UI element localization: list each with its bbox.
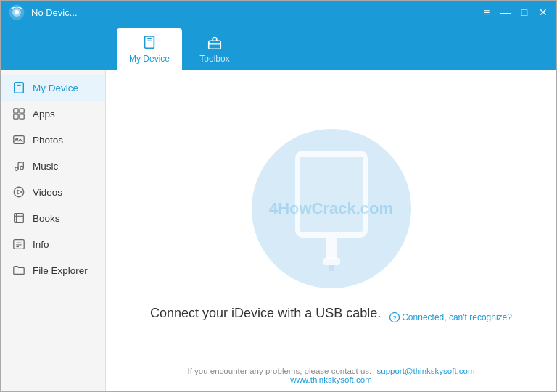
title-bar-left: No Devic... [8,4,78,21]
connect-message: Connect your iDevice with a USB cable. [150,306,381,321]
nav-tabs: My Device Toolbox [1,24,556,70]
device-name-label: No Devic... [31,7,78,18]
svg-marker-22 [17,190,22,193]
tab-my-device[interactable]: My Device [117,28,182,70]
svg-text:?: ? [393,314,397,322]
minimize-button[interactable]: — [500,7,511,17]
svg-rect-26 [14,240,24,249]
svg-rect-3 [145,36,154,49]
help-link[interactable]: ? Connected, can't recognize? [389,312,512,322]
main-content: 4HowCrack.com Connect your iDevice with … [106,70,556,392]
footer-website-link[interactable]: www.thinkskysoft.com [290,375,371,384]
sidebar-item-my-device[interactable]: My Device [1,75,105,101]
my-device-sidebar-icon [12,81,25,94]
svg-rect-10 [14,109,18,113]
svg-rect-32 [326,238,337,259]
svg-point-2 [15,10,19,14]
svg-rect-11 [20,109,24,113]
maximize-button[interactable]: □ [519,7,530,17]
music-sidebar-icon [12,159,25,172]
photos-sidebar-icon [12,133,25,146]
device-illustration: 4HowCrack.com [252,129,411,288]
window-controls: ≡ — □ ✕ [481,7,549,17]
folder-sidebar-icon [12,264,25,277]
tab-toolbox[interactable]: Toolbox [182,28,247,70]
apps-sidebar-icon [12,107,25,120]
svg-rect-33 [323,258,340,265]
books-sidebar-icon [12,212,25,225]
sidebar: My Device Apps Photos [1,70,106,392]
close-button[interactable]: ✕ [537,7,549,17]
svg-point-16 [15,167,19,171]
sidebar-item-file-explorer[interactable]: File Explorer [1,257,105,283]
svg-rect-31 [300,157,363,232]
app-logo-icon [8,4,25,21]
title-bar: No Devic... ≡ — □ ✕ [1,1,556,24]
svg-rect-23 [15,214,24,223]
help-icon: ? [389,312,400,322]
svg-rect-12 [14,114,18,119]
svg-rect-13 [20,114,24,119]
connect-message-row: Connect your iDevice with a USB cable. ?… [150,306,512,328]
toolbox-tab-icon [207,35,223,51]
my-device-tab-icon [141,35,157,51]
svg-rect-8 [15,83,24,93]
sidebar-item-photos[interactable]: Photos [1,127,105,153]
footer-email-link[interactable]: support@thinkskysoft.com [376,367,474,375]
sidebar-item-books[interactable]: Books [1,205,105,231]
main-layout: My Device Apps Photos [1,70,556,392]
svg-line-20 [18,162,23,163]
svg-rect-6 [209,41,221,49]
sidebar-item-videos[interactable]: Videos [1,179,105,205]
menu-icon[interactable]: ≡ [481,7,492,17]
footer-prefix: If you encounter any problems, please co… [187,367,371,375]
device-cable-svg [273,143,389,274]
sidebar-item-apps[interactable]: Apps [1,101,105,127]
sidebar-item-info[interactable]: Info [1,231,105,257]
sidebar-item-music[interactable]: Music [1,153,105,179]
footer: If you encounter any problems, please co… [106,367,556,384]
svg-rect-34 [329,265,334,271]
videos-sidebar-icon [12,185,25,199]
info-sidebar-icon [12,238,25,251]
svg-point-17 [20,166,24,170]
